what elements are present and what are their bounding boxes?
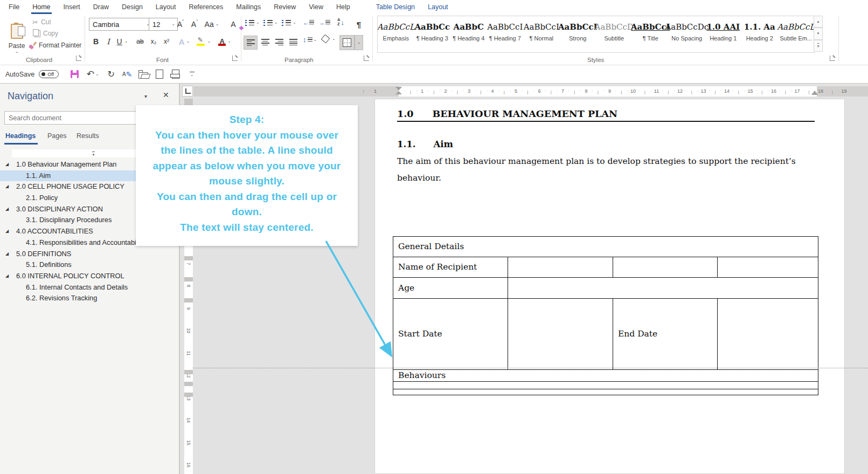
document-table[interactable]: General Details Name of Recipient Age St… [393,236,818,395]
table-cell-empty[interactable] [717,257,818,278]
table-row-boundary-marker[interactable] [184,256,193,260]
sort-button[interactable]: AZ ↓ [337,18,344,27]
font-color-button[interactable]: A ⌄ [217,35,233,48]
paste-button[interactable]: Paste ⌄ [4,16,29,61]
borders-button[interactable] [339,35,355,50]
tab-mailings[interactable]: Mailings [230,0,267,14]
line-spacing-button[interactable]: ↕ ⌄ [303,36,317,44]
superscript-button[interactable]: x² [161,36,172,47]
table-row-boundary-marker[interactable] [184,298,193,303]
underline-button[interactable]: U ⌄ [114,36,130,47]
styles-scroll-up-button[interactable]: ▴ [814,16,823,28]
tab-layout[interactable]: Layout [149,0,183,14]
print-preview-button[interactable] [168,67,184,81]
strikethrough-button[interactable]: ab [134,36,147,47]
style-item-heading-4[interactable]: AaBbC¶ Heading 4 [450,16,487,52]
tab-stop-selector[interactable] [182,86,193,97]
style-item-heading-7[interactable]: AaBbCcI¶ Heading 7 [487,16,524,52]
tab-file[interactable]: File [2,0,26,14]
change-case-button[interactable]: Aa ⌄ [204,18,220,30]
highlight-color-button[interactable]: ✎ ⌄ [195,35,212,48]
bullets-button[interactable]: ⌄ [245,19,260,26]
tab-layout[interactable]: Layout [421,0,455,14]
grow-font-button[interactable]: A ˆ [175,18,186,30]
style-item-title[interactable]: AaBbCcI¶ Title [633,16,669,52]
table-cell-empty[interactable] [508,299,613,370]
style-item-heading-3[interactable]: AaBbCc¶ Heading 3 [414,16,451,52]
open-button[interactable] [135,67,151,81]
tab-design[interactable]: Design [115,0,149,14]
style-item-strong[interactable]: AaBbCcIStrong [560,16,596,52]
nav-tree-item-6-1-internal-contacts-and-details[interactable]: 6.1. Internal Contacts and Details [0,282,179,293]
cut-button[interactable]: ✂ Cut [32,18,51,26]
clipboard-dialog-launcher[interactable] [76,56,81,61]
text-effects-button[interactable]: A ⌄ [177,36,192,47]
nav-tree-item-6-2-revisions-tracking[interactable]: 6.2. Revisions Tracking [0,293,179,304]
nav-tab-pages[interactable]: Pages [47,132,66,140]
copy-button[interactable]: Copy [32,30,58,37]
horizontal-ruler[interactable]: 1|··2|··3|··4|··5|··6|··7|··8|··9|··10|·… [193,86,868,97]
font-family-combo[interactable]: Cambria ⌄ [89,18,152,31]
table-cell-behaviours[interactable]: Behaviours [393,370,818,381]
bold-button[interactable]: B [91,36,101,47]
subscript-button[interactable]: x₂ [148,36,159,47]
nav-tree-item-5-1-definitions[interactable]: 5.1. Definitions [0,259,179,271]
table-row-boundary-marker[interactable] [184,370,193,374]
nav-tree-item-5-0-definitions[interactable]: ◢5.0 DEFINITIONS [0,249,179,260]
table-cell-empty[interactable] [393,382,818,389]
increase-indent-button[interactable]: → [319,19,330,26]
styles-dialog-launcher[interactable] [830,56,835,61]
save-button[interactable] [66,67,82,81]
redo-button[interactable]: ↻ [103,67,119,81]
table-row-boundary-marker[interactable] [184,277,193,281]
table-row-boundary-marker[interactable] [184,382,193,386]
tab-view[interactable]: View [302,0,330,14]
table-cell-empty[interactable] [717,299,818,370]
nav-tab-headings[interactable]: Headings [5,132,36,140]
italic-button[interactable]: I [103,36,113,47]
shading-button[interactable]: ⌄ [322,36,336,42]
style-item-heading-2[interactable]: 1.1. AaHeading 2 [741,16,778,52]
table-cell-general-details[interactable]: General Details [393,237,818,257]
decrease-indent-button[interactable]: ← [303,19,314,26]
table-row-boundary-marker[interactable] [184,393,193,397]
style-item-heading-1[interactable]: 1.0 AAIHeading 1 [705,16,742,52]
styles-more-button[interactable]: ▾ [814,40,823,52]
font-dialog-launcher[interactable] [232,56,238,61]
tree-expand-icon[interactable]: ◢ [5,249,9,260]
style-item-subtitle[interactable]: AaBbCcDSubtitle [596,16,633,52]
table-cell-empty[interactable] [393,389,818,395]
align-right-button[interactable] [273,36,286,49]
table-cell-empty[interactable] [508,278,818,298]
tree-expand-icon[interactable]: ◢ [5,226,9,237]
nav-tree-item-6-0-internal-policy-control[interactable]: ◢6.0 INTERNAL POLICY CONTROL [0,271,179,282]
style-item-no-spacing[interactable]: AaBbCcDcNo Spacing [669,16,705,52]
hanging-indent-marker[interactable] [395,91,402,94]
tree-expand-icon[interactable]: ◢ [5,181,9,193]
style-item-emphasis[interactable]: AaBbCcLEmphasis [378,16,414,52]
tab-help[interactable]: Help [330,0,357,14]
tab-draw[interactable]: Draw [87,0,115,14]
font-size-combo[interactable]: 12 ⌄ [149,18,178,31]
align-center-button[interactable] [259,36,272,49]
borders-dropdown-button[interactable]: ⌄ [355,35,363,50]
table-cell-empty[interactable] [508,257,613,278]
table-cell-empty[interactable] [613,257,717,278]
justify-button[interactable] [287,36,300,49]
tab-references[interactable]: References [182,0,230,14]
undo-button[interactable]: ↶ ⌄ [82,67,103,81]
tab-home[interactable]: Home [26,0,57,14]
tree-expand-icon[interactable]: ◢ [5,271,9,282]
multilevel-list-button[interactable]: ⌄ [282,19,296,26]
styles-scroll-down-button[interactable]: ▾ [814,28,823,39]
tree-expand-icon[interactable]: ◢ [5,204,9,215]
numbering-button[interactable]: ⌄ [263,19,278,26]
nav-tab-results[interactable]: Results [77,132,99,140]
draw-button[interactable]: A ✎ [119,67,135,81]
clear-formatting-button[interactable]: A [227,18,239,30]
format-painter-button[interactable]: Format Painter [29,42,81,49]
new-document-button[interactable] [151,67,168,81]
navigation-options-dropdown[interactable]: ▾ [144,93,147,99]
tab-table-design[interactable]: Table Design [370,0,421,14]
shrink-font-button[interactable]: A ˇ [189,18,200,30]
